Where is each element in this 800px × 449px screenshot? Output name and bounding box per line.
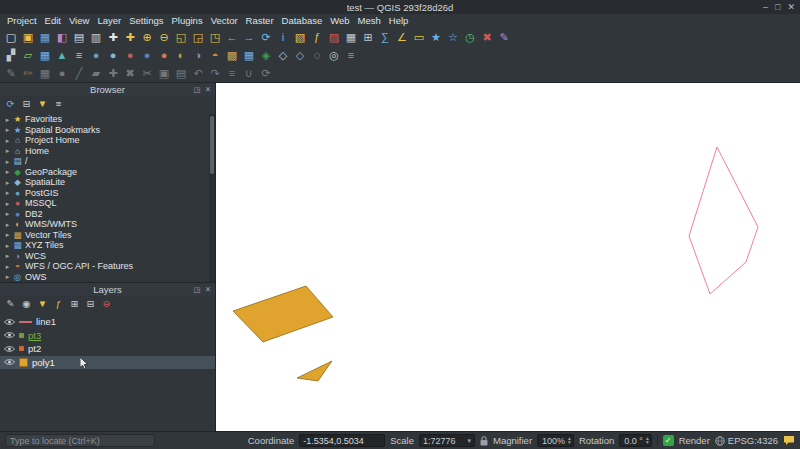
browser-item-geopackage[interactable]: ▸ ◆ GeoPackage [0, 167, 215, 178]
browser-item-spatialite[interactable]: ▸ ◆ SpatiaLite [0, 177, 215, 188]
delete-selected-icon[interactable]: ✖ [122, 65, 138, 81]
pan-map-icon[interactable]: ✚ [105, 29, 121, 45]
minimize-button[interactable]: – [763, 3, 768, 12]
spinner-arrows[interactable]: ▴ ▾ [646, 437, 649, 444]
layer-item-poly1[interactable]: poly1 [0, 356, 215, 370]
expand-arrow-icon[interactable]: ▸ [3, 158, 12, 165]
menu-web[interactable]: Web [326, 15, 353, 26]
filter-by-expression-icon[interactable]: ƒ [52, 298, 65, 311]
add-oracle-layer-icon[interactable]: ● [156, 47, 172, 63]
temporal-controller-icon[interactable]: ◷ [462, 29, 478, 45]
browser-item-wfs[interactable]: ▸ ◓ WFS / OGC API - Features [0, 261, 215, 272]
undo-icon[interactable]: ↶ [190, 65, 206, 81]
expand-arrow-icon[interactable]: ▸ [3, 231, 12, 238]
browser-properties-icon[interactable]: ≡ [52, 98, 65, 111]
layout-manager-icon[interactable]: ▥ [88, 29, 104, 45]
add-point-feature-icon[interactable]: ● [54, 65, 70, 81]
new-layout-icon[interactable]: ▤ [71, 29, 87, 45]
layer-visibility-toggle[interactable] [4, 345, 15, 353]
magnifier-spinbox[interactable]: 100% ▴ ▾ [537, 434, 574, 447]
new-bookmark-icon[interactable]: ★ [428, 29, 444, 45]
expand-arrow-icon[interactable]: ▸ [3, 200, 12, 207]
close-button[interactable]: ✕ [787, 3, 795, 12]
paste-features-icon[interactable]: ▤ [173, 65, 189, 81]
expand-arrow-icon[interactable]: ▸ [3, 189, 12, 196]
select-by-expression-icon[interactable]: ƒ [309, 29, 325, 45]
expand-arrow-icon[interactable]: ▸ [3, 210, 12, 217]
menu-plugins[interactable]: Plugins [167, 15, 206, 26]
panel-detach-button[interactable]: ◳ [194, 285, 201, 294]
identify-features-icon[interactable]: i [275, 29, 291, 45]
expand-arrow-icon[interactable]: ▸ [3, 263, 12, 270]
expand-arrow-icon[interactable]: ▸ [3, 126, 12, 133]
new-virtual-layer-icon[interactable]: ◎ [326, 47, 342, 63]
layer-visibility-toggle[interactable] [4, 331, 15, 339]
copy-features-icon[interactable]: ▣ [156, 65, 172, 81]
browser-item-vector-tiles[interactable]: ▸ ▩ Vector Tiles [0, 230, 215, 241]
annotation-toolbar-icon[interactable]: ✎ [496, 29, 512, 45]
browser-collapse-all-icon[interactable]: ⊟ [20, 98, 33, 111]
open-attribute-table-icon[interactable]: ▦ [343, 29, 359, 45]
layer-visibility-toggle[interactable] [4, 358, 15, 366]
layers-panel-titlebar[interactable]: Layers ◳ ✕ [0, 283, 215, 296]
style-manager-icon[interactable]: ◧ [54, 29, 70, 45]
show-bookmarks-icon[interactable]: ☆ [445, 29, 461, 45]
menu-edit[interactable]: Edit [41, 15, 65, 26]
menu-layer[interactable]: Layer [93, 15, 125, 26]
locate-input[interactable] [5, 434, 155, 447]
collapse-all-icon[interactable]: ⊟ [84, 298, 97, 311]
toggle-editing-icon[interactable]: ✏ [20, 65, 36, 81]
crs-button[interactable]: EPSG:4326 [715, 435, 778, 446]
add-wfs-layer-icon[interactable]: ◓ [207, 47, 223, 63]
add-vector-layer-icon[interactable]: ▱ [20, 47, 36, 63]
browser-item-wms[interactable]: ▸ ◐ WMS/WMTS [0, 219, 215, 230]
layer-item-line1[interactable]: line1 [0, 315, 215, 329]
new-geopackage-layer-icon[interactable]: ◈ [258, 47, 274, 63]
expand-arrow-icon[interactable]: ▸ [3, 147, 12, 154]
add-wms-layer-icon[interactable]: ◐ [173, 47, 189, 63]
expand-arrow-icon[interactable]: ▸ [3, 116, 12, 123]
save-layer-edits-icon[interactable]: ▦ [37, 65, 53, 81]
add-mesh-layer-icon[interactable]: ▲ [54, 47, 70, 63]
browser-item-postgis[interactable]: ▸ ● PostGIS [0, 188, 215, 199]
add-raster-layer-icon[interactable]: ▦ [37, 47, 53, 63]
add-wcs-layer-icon[interactable]: ◑ [190, 47, 206, 63]
add-db2-layer-icon[interactable]: ● [139, 47, 155, 63]
spin-down-icon[interactable]: ▾ [646, 441, 649, 444]
browser-item-mssql[interactable]: ▸ ● MSSQL [0, 198, 215, 209]
data-source-manager-icon[interactable]: ▞ [3, 47, 19, 63]
map-canvas[interactable] [216, 83, 800, 431]
layer-visibility-toggle[interactable] [4, 318, 15, 326]
browser-item-home[interactable]: ▸ ⌂ Home [0, 146, 215, 157]
expand-arrow-icon[interactable]: ▸ [3, 168, 12, 175]
statistical-summary-icon[interactable]: ∑ [377, 29, 393, 45]
menu-help[interactable]: Help [385, 15, 413, 26]
menu-mesh[interactable]: Mesh [354, 15, 385, 26]
add-line-feature-icon[interactable]: ╱ [71, 65, 87, 81]
menu-settings[interactable]: Settings [125, 15, 167, 26]
vertex-tool-icon[interactable]: ✚ [105, 65, 121, 81]
browser-item-favorites[interactable]: ▸ ★ Favorites [0, 114, 215, 125]
current-edits-icon[interactable]: ✎ [3, 65, 19, 81]
browser-item-ows[interactable]: ▸ ◎ OWS [0, 272, 215, 283]
browser-item-xyz-tiles[interactable]: ▸ ▦ XYZ Tiles [0, 240, 215, 251]
browser-filter-icon[interactable]: ▼ [36, 98, 49, 111]
browser-item-spatial-bookmarks[interactable]: ▸ ★ Spatial Bookmarks [0, 125, 215, 136]
deselect-features-icon[interactable]: ▨ [326, 29, 342, 45]
layer-item-pt2[interactable]: pt2 [0, 342, 215, 356]
menu-vector[interactable]: Vector [207, 15, 242, 26]
browser-panel-titlebar[interactable]: Browser ◳ ✕ [0, 83, 215, 96]
redo-icon[interactable]: ↷ [207, 65, 223, 81]
rotation-spinbox[interactable]: 0.0 ° ▴ ▾ [619, 434, 651, 447]
expand-all-icon[interactable]: ⊞ [68, 298, 81, 311]
coordinate-input[interactable] [299, 434, 385, 447]
expand-arrow-icon[interactable]: ▸ [3, 242, 12, 249]
zoom-to-layer-icon[interactable]: ◳ [207, 29, 223, 45]
add-xyz-layer-icon[interactable]: ▦ [241, 47, 257, 63]
browser-item-db2[interactable]: ▸ ● DB2 [0, 209, 215, 220]
expand-arrow-icon[interactable]: ▸ [3, 221, 12, 228]
zoom-next-icon[interactable]: → [241, 29, 257, 45]
project-new-icon[interactable]: ▢ [3, 29, 19, 45]
python-console-icon[interactable]: ≡ [343, 47, 359, 63]
zoom-out-icon[interactable]: ⊖ [156, 29, 172, 45]
